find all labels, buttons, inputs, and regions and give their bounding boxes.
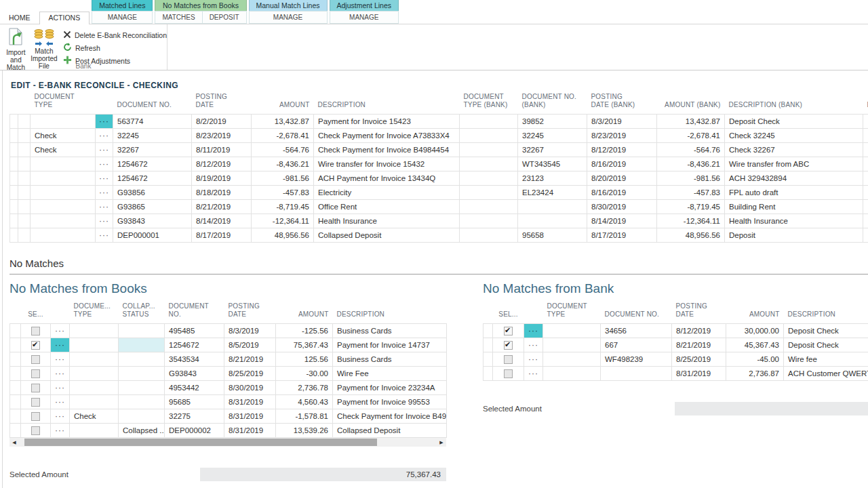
row-select-checkbox[interactable] [493, 338, 524, 352]
cell-difference[interactable] [863, 171, 868, 186]
cell-amount[interactable]: -125.56 [276, 324, 333, 338]
cell-document-type-bank[interactable] [460, 186, 518, 200]
cell-description[interactable]: Collapsed Deposit [333, 424, 447, 438]
cell-document-type[interactable] [31, 200, 96, 214]
cell-document-no[interactable]: 1254672 [165, 338, 224, 352]
cell-document-type[interactable]: Check [31, 129, 96, 143]
cell-amount[interactable]: -45.00 [726, 352, 784, 367]
contextual-sub-tab[interactable]: DEPOSIT [203, 11, 247, 24]
cell-posting-date[interactable]: 8/30/2019 [224, 381, 276, 395]
cell-document-no-bank[interactable]: 39852 [518, 115, 587, 129]
row-select-checkbox[interactable] [21, 367, 51, 381]
checkbox-unchecked-icon[interactable] [31, 398, 40, 407]
row-indicator[interactable] [18, 200, 31, 214]
header-posting-date[interactable]: POSTING DATE [672, 302, 726, 324]
cell-posting-date[interactable]: 8/11/2019 [192, 143, 252, 157]
header-document-no[interactable]: DOCUMENT NO. [113, 93, 192, 115]
cell-document-type[interactable] [70, 424, 119, 438]
cell-description[interactable]: Business Cards [333, 324, 447, 338]
cell-amount-bank[interactable]: 48,956.56 [657, 228, 725, 243]
cell-collapse-status[interactable] [119, 324, 165, 338]
cell-amount-bank[interactable]: -981.56 [657, 171, 725, 186]
assist-edit-button[interactable]: ··· [51, 324, 70, 338]
row-indicator[interactable] [10, 171, 18, 186]
header-document-no-bank[interactable]: DOCUMENT NO. (BANK) [518, 93, 587, 115]
row-select-checkbox[interactable] [493, 367, 524, 381]
cell-document-type[interactable] [543, 367, 601, 381]
cell-difference[interactable] [863, 129, 868, 143]
assist-edit-button[interactable]: ··· [524, 338, 543, 352]
cell-document-no-bank[interactable]: 95658 [518, 228, 587, 243]
header-select[interactable]: SEL... [493, 302, 524, 324]
cell-amount[interactable]: 48,956.56 [252, 228, 314, 243]
row-indicator[interactable] [18, 129, 31, 143]
cell-amount-bank[interactable]: -2,678.41 [657, 129, 725, 143]
row-indicator[interactable] [10, 338, 21, 352]
row-indicator[interactable] [10, 157, 18, 171]
cell-amount[interactable]: -8,719.45 [252, 200, 314, 214]
header-document-no[interactable]: DOCUMENT NO. [165, 302, 224, 324]
cell-document-no[interactable]: 3543534 [165, 352, 224, 367]
cell-posting-date[interactable]: 8/31/2019 [224, 395, 276, 409]
cell-document-no[interactable]: WF498239 [601, 352, 672, 367]
checkbox-checked-icon[interactable] [504, 341, 513, 350]
cell-description-bank[interactable]: Building Rent [725, 200, 863, 214]
row-indicator[interactable] [10, 381, 21, 395]
cell-difference[interactable] [863, 157, 868, 171]
cell-amount[interactable]: -30.00 [276, 367, 333, 381]
row-indicator[interactable] [10, 143, 18, 157]
cell-amount-bank[interactable]: -12,364.11 [657, 214, 725, 228]
assist-edit-button[interactable]: ··· [96, 143, 113, 157]
cell-document-type[interactable] [70, 367, 119, 381]
assist-edit-button[interactable]: ··· [96, 157, 113, 171]
cell-posting-date-bank[interactable]: 8/23/2019 [587, 129, 657, 143]
cell-document-no[interactable]: 95685 [165, 395, 224, 409]
cell-posting-date[interactable]: 8/5/2019 [224, 338, 276, 352]
checkbox-unchecked-icon[interactable] [31, 384, 40, 392]
row-select-checkbox[interactable] [21, 424, 51, 438]
assist-edit-button[interactable]: ··· [96, 214, 113, 228]
cell-document-no[interactable] [601, 367, 672, 381]
assist-edit-button[interactable]: ··· [524, 367, 543, 381]
assist-edit-button[interactable]: ··· [51, 352, 70, 367]
cell-description-bank[interactable]: ACH 329432894 [725, 171, 863, 186]
cell-description[interactable]: Payment for Invoice 15423 [314, 115, 460, 129]
cell-posting-date[interactable]: 8/14/2019 [192, 214, 252, 228]
cell-amount-bank[interactable]: -8,436.21 [657, 157, 725, 171]
row-indicator[interactable] [18, 115, 31, 129]
cell-description[interactable]: Check Payment for Invoice A73833X4 [314, 129, 460, 143]
cell-description-bank[interactable]: Wire transfer from ABC [725, 157, 863, 171]
cell-description-bank[interactable]: FPL auto draft [725, 186, 863, 200]
cell-document-type-bank[interactable] [460, 157, 518, 171]
cell-posting-date[interactable]: 8/21/2019 [224, 352, 276, 367]
row-indicator[interactable] [18, 143, 31, 157]
contextual-sub-tab[interactable]: MATCHES [155, 11, 202, 24]
row-indicator[interactable] [18, 228, 31, 243]
header-description[interactable]: DESCRIPTION [314, 93, 460, 115]
cell-amount-bank[interactable]: -457.83 [657, 186, 725, 200]
header-amount[interactable]: AMOUNT [726, 302, 784, 324]
cell-amount[interactable]: 2,736.78 [276, 381, 333, 395]
cell-description[interactable]: Business Cards [333, 352, 447, 367]
cell-document-type[interactable] [543, 324, 601, 338]
assist-edit-button[interactable]: ··· [51, 338, 70, 352]
cell-collapse-status[interactable] [119, 367, 165, 381]
row-select-checkbox[interactable] [21, 381, 51, 395]
row-select-checkbox[interactable] [493, 324, 524, 338]
cell-document-type-bank[interactable] [460, 171, 518, 186]
cell-description[interactable]: Wire fee [784, 352, 868, 367]
cell-amount[interactable]: 4,560.43 [276, 395, 333, 409]
row-indicator[interactable] [18, 171, 31, 186]
cell-description[interactable]: Wire transfer for Invoice 15432 [314, 157, 460, 171]
header-posting-date[interactable]: POSTING DATE [224, 302, 276, 324]
header-amount[interactable]: AMOUNT [276, 302, 333, 324]
row-indicator[interactable] [10, 228, 18, 243]
checkbox-unchecked-icon[interactable] [504, 369, 513, 378]
header-select[interactable]: SE... [21, 302, 51, 324]
cell-amount-bank[interactable]: -8,719.45 [657, 200, 725, 214]
assist-edit-button[interactable]: ··· [51, 381, 70, 395]
checkbox-unchecked-icon[interactable] [31, 355, 40, 364]
cell-posting-date-bank[interactable]: 8/20/2019 [587, 171, 657, 186]
row-select-checkbox[interactable] [21, 395, 51, 409]
cell-document-type-bank[interactable] [460, 200, 518, 214]
